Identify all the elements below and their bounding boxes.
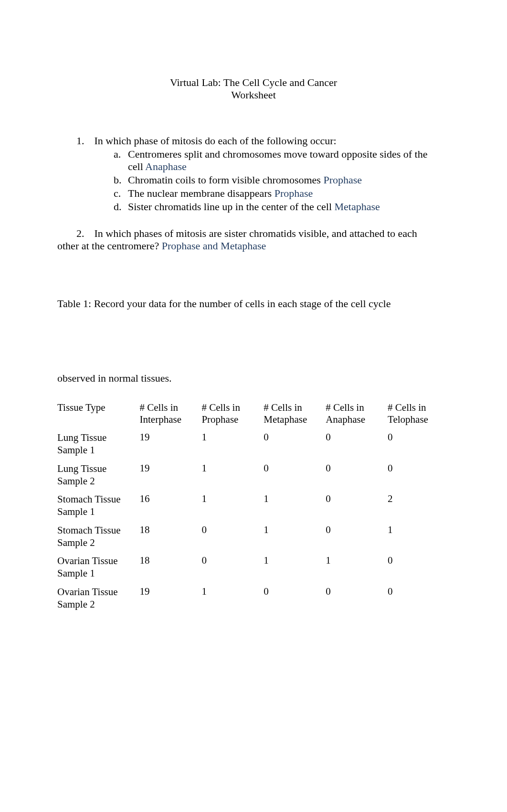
tissue-l1: Stomach Tissue [57,524,120,536]
col-interphase-l1: # Cells in [140,402,179,413]
table-header-row: Tissue Type # Cells in Interphase # Cell… [57,399,450,428]
col-prophase-header: # Cells in Prophase [201,399,264,428]
cell-tissue: Stomach Tissue Sample 1 [57,490,140,521]
cell-prophase: 1 [201,490,264,521]
cell-metaphase: 0 [264,583,326,614]
cell-telophase: 0 [388,459,450,491]
cell-tissue: Lung Tissue Sample 2 [57,459,140,491]
question-1: 1. In which phase of mitosis do each of … [57,135,450,213]
q1-b-answer: Prophase [323,174,362,186]
col-prophase-l2: Prophase [201,414,238,425]
cell-prophase: 1 [201,583,264,614]
tissue-l2: Sample 1 [57,444,95,456]
q1-number: 1. [76,135,92,147]
q1-c-text: The nuclear membrane disappears Prophase [128,187,450,200]
cell-anaphase: 0 [326,459,388,491]
q2-text-part2: other at the centromere? [57,240,162,252]
cell-telophase: 0 [388,552,450,583]
observed-line: observed in normal tissues. [57,372,450,385]
col-metaphase-l1: # Cells in [264,402,302,413]
normal-tissue-table: Tissue Type # Cells in Interphase # Cell… [57,399,450,613]
title-line2: Worksheet [57,89,450,101]
table-body: Lung Tissue Sample 1 19 1 0 0 0 Lung Tis… [57,428,450,613]
q2-text-part1: In which phases of mitosis are sister ch… [95,227,417,239]
cell-metaphase: 0 [264,459,326,491]
tissue-l2: Sample 2 [57,537,95,548]
q1-sublist: a. Centromeres split and chromosomes mov… [76,148,450,213]
tissue-l2: Sample 1 [57,506,95,517]
cell-tissue: Ovarian Tissue Sample 2 [57,583,140,614]
tissue-l1: Ovarian Tissue [57,555,118,566]
cell-tissue: Lung Tissue Sample 1 [57,428,140,459]
q1-item-d: d. Sister chromatids line up in the cent… [114,201,450,213]
q1-b-text: Chromatin coils to form visible chromoso… [128,174,450,186]
cell-prophase: 0 [201,552,264,583]
question-2: 2. In which phases of mitosis are sister… [57,227,450,252]
cell-tissue: Stomach Tissue Sample 2 [57,521,140,552]
q1-item-c: c. The nuclear membrane disappears Proph… [114,187,450,200]
col-telophase-l2: Telophase [388,414,428,425]
cell-anaphase: 1 [326,552,388,583]
col-anaphase-l2: Anaphase [326,414,365,425]
q2-line2: other at the centromere? Prophase and Me… [57,240,450,252]
q1-a-line1: Centromeres split and chromosomes move t… [128,148,428,160]
q2-line1: 2. In which phases of mitosis are sister… [57,227,450,240]
cell-tissue: Ovarian Tissue Sample 1 [57,552,140,583]
title-line1: Virtual Lab: The Cell Cycle and Cancer [57,76,450,89]
tissue-l1: Lung Tissue [57,463,106,474]
q1-d-answer: Metaphase [335,201,380,213]
col-metaphase-header: # Cells in Metaphase [264,399,326,428]
q2-answer: Prophase and Metaphase [162,240,266,252]
table-row: Ovarian Tissue Sample 1 18 0 1 1 0 [57,552,450,583]
cell-interphase: 18 [140,552,202,583]
cell-interphase: 19 [140,428,202,459]
col-prophase-l1: # Cells in [201,402,240,413]
table-row: Lung Tissue Sample 2 19 1 0 0 0 [57,459,450,491]
q1-a-line2-prefix: cell [128,160,145,172]
q1-intro-text: In which phase of mitosis do each of the… [95,135,337,147]
col-anaphase-l1: # Cells in [326,402,364,413]
cell-prophase: 0 [201,521,264,552]
q1-b-line: Chromatin coils to form visible chromoso… [128,174,323,186]
col-tissue-header: Tissue Type [57,399,140,428]
cell-telophase: 0 [388,583,450,614]
q1-a-letter: a. [114,148,128,173]
cell-prophase: 1 [201,428,264,459]
q1-c-line: The nuclear membrane disappears [128,187,275,199]
table-row: Ovarian Tissue Sample 2 19 1 0 0 0 [57,583,450,614]
tissue-l2: Sample 2 [57,475,95,487]
cell-metaphase: 0 [264,428,326,459]
cell-telophase: 2 [388,490,450,521]
q1-c-answer: Prophase [275,187,313,199]
cell-anaphase: 0 [326,521,388,552]
table-row: Lung Tissue Sample 1 19 1 0 0 0 [57,428,450,459]
q1-b-letter: b. [114,174,128,186]
cell-anaphase: 0 [326,490,388,521]
tissue-l2: Sample 1 [57,567,95,579]
cell-metaphase: 1 [264,552,326,583]
col-telophase-l1: # Cells in [388,402,426,413]
q1-item-a: a. Centromeres split and chromosomes mov… [114,148,450,173]
q1-c-letter: c. [114,187,128,200]
title-block: Virtual Lab: The Cell Cycle and Cancer W… [57,76,450,101]
cell-prophase: 1 [201,459,264,491]
cell-interphase: 16 [140,490,202,521]
col-interphase-l2: Interphase [140,414,181,425]
cell-anaphase: 0 [326,583,388,614]
tissue-l1: Stomach Tissue [57,493,120,505]
cell-interphase: 18 [140,521,202,552]
q1-a-answer: Anaphase [145,160,187,172]
q1-d-letter: d. [114,201,128,213]
col-anaphase-header: # Cells in Anaphase [326,399,388,428]
col-interphase-header: # Cells in Interphase [140,399,202,428]
q1-intro: 1. In which phase of mitosis do each of … [76,135,450,147]
q1-item-b: b. Chromatin coils to form visible chrom… [114,174,450,186]
col-telophase-header: # Cells in Telophase [388,399,450,428]
col-metaphase-l2: Metaphase [264,414,307,425]
tissue-l1: Ovarian Tissue [57,586,118,598]
cell-anaphase: 0 [326,428,388,459]
tissue-l1: Lung Tissue [57,432,106,443]
q2-number: 2. [76,227,92,240]
tissue-l2: Sample 2 [57,598,95,610]
q1-d-text: Sister chromatids line up in the center … [128,201,450,213]
